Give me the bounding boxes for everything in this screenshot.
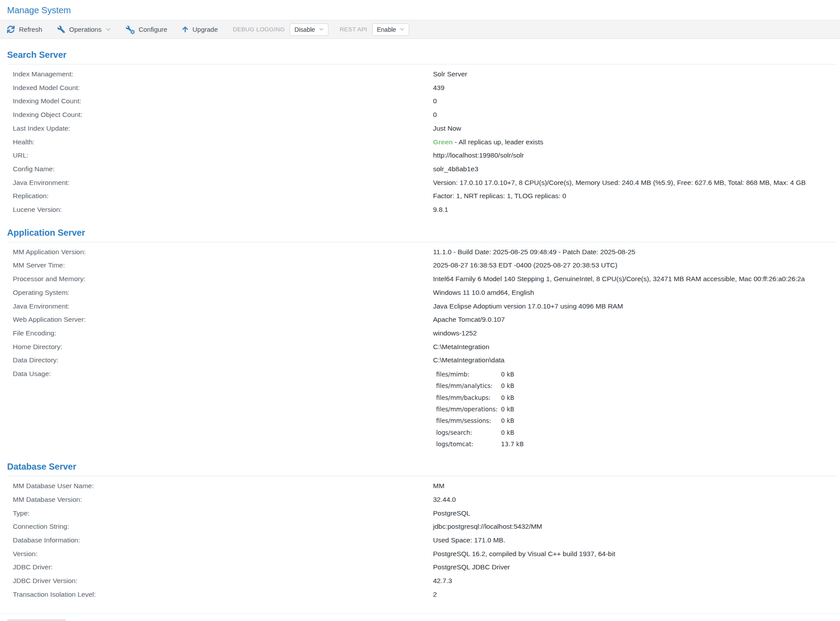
configure-icon (126, 26, 134, 34)
upgrade-button[interactable]: Upgrade (182, 26, 218, 33)
configure-label: Configure (139, 26, 167, 33)
info-row: Operating System:Windows 11 10.0 amd64, … (0, 286, 840, 300)
info-row: Web Application Server:Apache Tomcat/9.0… (0, 313, 840, 327)
info-row: JDBC Driver:PostgreSQL JDBC Driver (0, 561, 840, 574)
rest-api-select[interactable]: Enable (372, 23, 410, 36)
usage-path: logs/search: (436, 427, 501, 438)
usage-size: 0 kB (501, 380, 840, 391)
info-row: Processor and Memory:Intel64 Family 6 Mo… (0, 272, 840, 286)
data-usage-table: files/mimb:0 kBfiles/mm/analytics:0 kBfi… (436, 367, 840, 451)
info-row: JDBC Driver Version:42.7.3 (0, 574, 840, 588)
info-value: files/mimb:0 kBfiles/mm/analytics:0 kBfi… (433, 367, 840, 451)
info-value: Solr Server (433, 68, 840, 81)
wrench-icon (57, 26, 65, 33)
refresh-button[interactable]: Refresh (7, 26, 42, 33)
info-row: Index Management:Solr Server (0, 68, 840, 81)
info-value: Windows 11 10.0 amd64, English (433, 286, 840, 300)
info-row: File Encoding:windows-1252 (0, 327, 840, 340)
info-label: Indexing Model Count: (13, 94, 433, 108)
info-row: Last Index Update:Just Now (0, 122, 840, 135)
info-value: PostgreSQL JDBC Driver (433, 561, 840, 574)
info-label: Index Management: (13, 68, 433, 81)
info-value: windows-1252 (433, 327, 840, 340)
info-value: C:\MetaIntegration\data (433, 354, 840, 367)
info-row: Config Name:solr_4b8ab1e3 (0, 162, 840, 176)
info-value: Intel64 Family 6 Model 140 Stepping 1, G… (433, 272, 840, 286)
upgrade-label: Upgrade (192, 26, 218, 33)
info-value: Used Space: 171.0 MB. (433, 534, 840, 547)
usage-size: 0 kB (501, 427, 840, 438)
info-value: solr_4b8ab1e3 (433, 162, 840, 176)
info-label: Web Application Server: (13, 313, 433, 327)
info-label: Last Index Update: (13, 122, 433, 135)
chevron-down-icon (319, 28, 324, 31)
info-label: Java Environment: (13, 300, 433, 313)
info-value: 42.7.3 (433, 574, 840, 588)
health-text: - All replicas up, leader exists (453, 138, 543, 146)
info-label: Type: (13, 507, 433, 520)
info-row: Indexing Object Count:0 (0, 108, 840, 122)
info-value: 0 (433, 94, 840, 108)
info-label: Home Directory: (13, 340, 433, 354)
section-database-server: Database ServerMM Database User Name:MMM… (0, 462, 840, 601)
info-row: Transaction Isolation Level:2 (0, 588, 840, 602)
info-value: Factor: 1, NRT replicas: 1, TLOG replica… (433, 189, 840, 203)
usage-size: 13.7 kB (501, 438, 840, 450)
info-label: Config Name: (13, 162, 433, 176)
chevron-down-icon (106, 28, 111, 31)
info-label: MM Database Version: (13, 493, 433, 507)
info-row: URL:http://localhost:19980/solr/solr (0, 149, 840, 162)
chevron-down-icon (400, 28, 404, 31)
info-row: Data Directory:C:\MetaIntegration\data (0, 354, 840, 367)
debug-logging-select[interactable]: Disable (290, 23, 328, 36)
section-rows: Index Management:Solr ServerIndexed Mode… (0, 64, 840, 217)
info-value: 11.1.0 - Build Date: 2025-08-25 09:48:49… (433, 245, 840, 259)
section-search-server: Search ServerIndex Management:Solr Serve… (0, 50, 840, 217)
info-label: Operating System: (13, 286, 433, 300)
info-value: 0 (433, 108, 840, 122)
rest-api-label: REST API (340, 26, 367, 33)
info-row: Connection String:jdbc:postgresql://loca… (0, 520, 840, 534)
info-label: MM Server Time: (13, 259, 433, 272)
debug-logging-value: Disable (294, 26, 315, 33)
info-row: Lucene Version:9.8.1 (0, 203, 840, 217)
info-value: 2025-08-27 16:38:53 EDT -0400 (2025-08-2… (433, 259, 840, 272)
info-label: Java Environment: (13, 176, 433, 190)
info-label: Processor and Memory: (13, 272, 433, 286)
usage-size: 0 kB (501, 392, 840, 403)
info-value: 439 (433, 81, 840, 95)
info-value: Apache Tomcat/9.0.107 (433, 313, 840, 327)
configure-button[interactable]: Configure (126, 26, 167, 34)
info-label: Database Information: (13, 534, 433, 547)
download-button[interactable]: DOWNLOAD (7, 619, 66, 621)
info-label: URL: (13, 149, 433, 162)
info-row: Data Usage:files/mimb:0 kBfiles/mm/analy… (0, 367, 840, 451)
info-label: Indexing Object Count: (13, 108, 433, 122)
info-row: MM Server Time:2025-08-27 16:38:53 EDT -… (0, 259, 840, 272)
info-value: PostgreSQL 16.2, compiled by Visual C++ … (433, 547, 840, 561)
info-value: Version: 17.0.10 17.0.10+7, 8 CPU(s)/Cor… (433, 176, 840, 190)
info-value: Java Eclipse Adoptium version 17.0.10+7 … (433, 300, 840, 313)
info-row: MM Database Version:32.44.0 (0, 493, 840, 507)
usage-path: logs/tomcat: (436, 438, 501, 450)
usage-path: files/mm/sessions: (436, 415, 501, 426)
info-row: Indexed Model Count:439 (0, 81, 840, 95)
info-label: Lucene Version: (13, 203, 433, 217)
info-label: Data Usage: (13, 367, 433, 451)
info-label: File Encoding: (13, 327, 433, 340)
info-value: 32.44.0 (433, 493, 840, 507)
info-value: 9.8.1 (433, 203, 840, 217)
info-row: MM Database User Name:MM (0, 479, 840, 493)
info-label: Transaction Isolation Level: (13, 588, 433, 602)
refresh-icon (7, 26, 15, 33)
main-content: Search ServerIndex Management:Solr Serve… (0, 50, 840, 601)
info-value: Just Now (433, 122, 840, 135)
info-row: Home Directory:C:\MetaIntegration (0, 340, 840, 354)
info-label: Connection String: (13, 520, 433, 534)
arrow-up-icon (182, 26, 188, 33)
footer-divider (0, 613, 840, 613)
info-value: PostgreSQL (433, 507, 840, 520)
operations-button[interactable]: Operations (57, 26, 111, 33)
info-label: MM Database User Name: (13, 479, 433, 493)
section-rows: MM Database User Name:MMMM Database Vers… (0, 476, 840, 601)
